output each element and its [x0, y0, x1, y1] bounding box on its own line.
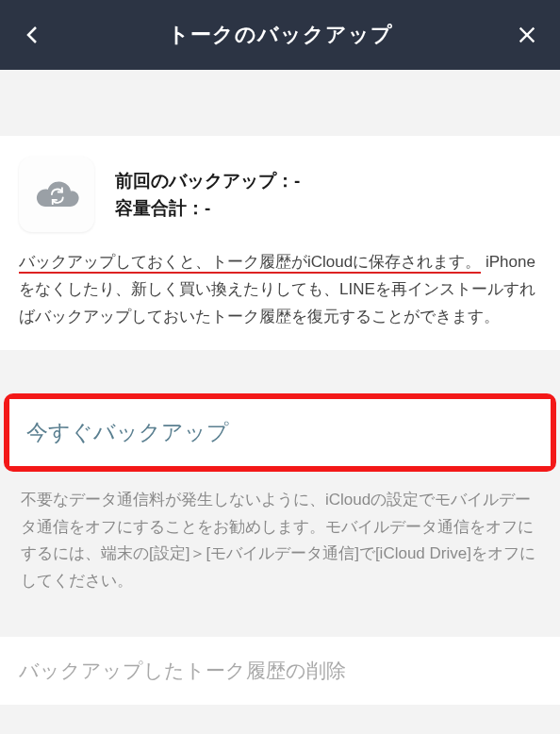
delete-backup-button[interactable]: バックアップしたトーク履歴の削除	[0, 637, 560, 705]
spacer	[0, 70, 560, 136]
close-button[interactable]	[511, 19, 543, 51]
backup-note: 不要なデータ通信料が発生しないように、iCloudの設定でモバイルデータ通信をオ…	[0, 472, 560, 596]
delete-section: バックアップしたトーク履歴の削除	[0, 637, 560, 705]
backup-info-card: 前回のバックアップ：- 容量合計：- バックアップしておくと、トーク履歴がiCl…	[0, 136, 560, 350]
backup-status: 前回のバックアップ：- 容量合計：-	[115, 167, 300, 223]
backup-section: 今すぐバックアップ 不要なデータ通信料が発生しないように、iCloudの設定でモ…	[0, 393, 560, 596]
navbar: トークのバックアップ	[0, 0, 560, 70]
info-highlight: バックアップしておくと、トーク履歴がiCloudに保存されます。	[19, 253, 481, 274]
last-backup-line: 前回のバックアップ：-	[115, 167, 300, 194]
close-icon	[517, 25, 537, 45]
chevron-left-icon	[22, 24, 44, 46]
cloud-sync-icon	[19, 157, 94, 232]
info-description: バックアップしておくと、トーク履歴がiCloudに保存されます。 iPhoneを…	[19, 249, 541, 331]
backup-button-highlight: 今すぐバックアップ	[4, 393, 556, 472]
backup-now-button[interactable]: 今すぐバックアップ	[9, 399, 551, 466]
screen: トークのバックアップ 前回のバックアップ：- 容量合計	[0, 0, 560, 734]
total-size-line: 容量合計：-	[115, 194, 300, 222]
page-title: トークのバックアップ	[168, 21, 393, 49]
info-header: 前回のバックアップ：- 容量合計：-	[19, 157, 541, 232]
back-button[interactable]	[17, 19, 49, 51]
